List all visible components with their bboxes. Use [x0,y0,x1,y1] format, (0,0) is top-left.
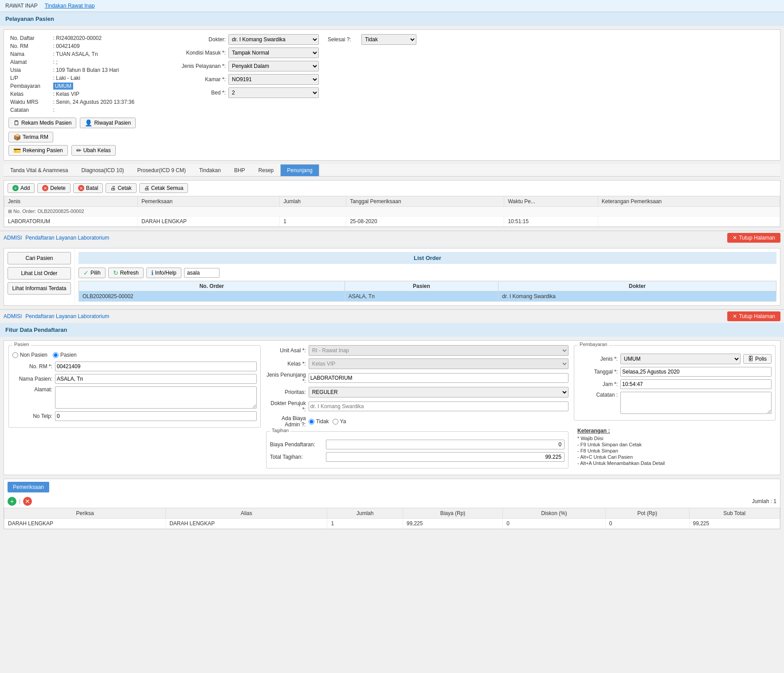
medical-icon: 🗒 [13,119,20,126]
lihat-informasi-terdata-button[interactable]: Lihat Informasi Terdata [8,282,71,295]
input-no-telp[interactable] [55,411,257,421]
refresh-button[interactable]: ↻ Refresh [108,268,144,278]
radio-tidak[interactable] [309,419,314,425]
refresh-icon: ↻ [113,269,118,276]
tab-diagnosa[interactable]: Diagnosa(ICD 10) [75,164,131,176]
pemeriksaan-button[interactable]: Pemeriksaan [8,482,49,492]
keterangan-title: Keterangan : [577,428,772,434]
cetak-button[interactable]: 🖨 Cetak [106,183,136,193]
riwayat-pasien-button[interactable]: 👤 Riwayat Pasien [80,118,136,128]
label-ada-biaya-admin: Ada Biaya Admin ?: [266,415,306,428]
label-no-rm-fitur: No. RM *: [12,363,52,370]
nav-tindakan-rawat-inap[interactable]: Tindakan Rawat Inap [45,3,95,9]
table-toolbar: + Add ✕ Delete ✕ Batal 🖨 Cetak 🖨 Cetak S… [4,181,780,196]
cell-periksa: DARAH LENGKAP [4,519,166,529]
print-all-icon: 🖨 [144,185,149,191]
patient-info-section: No. Daftar: RI24082020-00002 No. RM: 004… [4,29,780,161]
select-prioritas[interactable]: REGULER [309,387,568,398]
delete-button[interactable]: ✕ Delete [37,183,71,193]
order-group-label: ⊞ No. Order: OLB20200825-00002 [4,207,780,216]
cell-jumlah-pem: 1 [327,519,403,529]
input-biaya-pendaftaran[interactable] [326,440,564,449]
label-alamat-fitur: Alamat: [12,386,52,393]
pendaftaran-lab-link-2[interactable]: Pendaftaran Layanan Laboratorium [25,313,109,319]
close-icon-2: ✕ [733,313,737,319]
cell-no-order: OLB20200825-00002 [79,291,345,302]
cell-keterangan [598,216,780,227]
input-tanggal-pembayaran[interactable] [620,367,772,377]
textarea-alamat[interactable] [55,386,257,409]
th-dokter: Dokter [498,281,776,291]
ubah-kelas-button[interactable]: ✏ Ubah Kelas [71,145,116,156]
textarea-catatan-pembayaran[interactable] [620,392,772,414]
value-nama: : TUAN ASALA, Tn [51,50,159,58]
search-input[interactable] [184,268,220,278]
nav-rawat-inap[interactable]: RAWAT INAP [5,3,38,9]
close-icon-1: ✕ [733,235,737,241]
tab-penunjang[interactable]: Penunjang [280,164,319,176]
print-icon: 🖨 [110,185,116,191]
input-dokter-perujuk[interactable] [309,401,568,411]
list-order-row[interactable]: OLB20200825-00002 ASALA, Tn dr. I Komang… [79,291,776,302]
value-usia: : 109 Tahun 8 Bulan 13 Hari [51,66,159,74]
input-no-rm[interactable] [55,362,257,371]
select-jenis-pelayanan[interactable]: Penyakit Dalam [228,61,319,71]
biaya-admin-radio-group: Tidak Ya [309,418,346,425]
input-jam-pembayaran[interactable] [620,379,772,389]
tab-resep[interactable]: Resep [252,164,281,176]
tab-prosedur[interactable]: Prosedur(ICD 9 CM) [131,164,192,176]
terima-rm-button[interactable]: 📦 Terima RM [8,132,53,142]
cari-pasien-button[interactable]: Cari Pasien [8,252,71,264]
select-unit-asal[interactable]: RI - Rawat Inap [309,345,568,356]
radio-ya[interactable] [333,419,338,425]
top-navigation: RAWAT INAP Tindakan Rawat Inap [0,0,784,12]
label-no-telp: No Telp: [12,413,52,419]
radio-pasien[interactable] [53,352,59,358]
tutup-halaman-button-1[interactable]: ✕ Tutup Halaman [727,233,780,243]
add-button[interactable]: + Add [8,183,35,193]
tabs-bar: Tanda Vital & Anamnesa Diagnosa(ICD 10) … [4,164,780,177]
input-nama-pasien[interactable] [55,374,257,384]
polis-button[interactable]: 🗄 Polis [743,354,772,364]
pemeriksaan-row[interactable]: DARAH LENGKAP DARAH LENGKAP 1 99,225 0 0… [4,519,780,529]
radio-non-pasien[interactable] [12,352,18,358]
rekening-pasien-button[interactable]: 💳 Rekening Pasien [8,145,68,156]
select-kamar[interactable]: NO9191 [228,74,319,85]
admisi-link-1[interactable]: ADMISI [4,235,22,241]
tab-tindakan[interactable]: Tindakan [192,164,227,176]
input-jenis-penunjang[interactable] [309,373,568,383]
info-help-button[interactable]: ℹ Info/Help [146,268,181,278]
select-selesai[interactable]: Tidak [361,34,416,45]
cetak-semua-button[interactable]: 🖨 Cetak Semua [139,183,188,193]
label-kelas: Kelas [8,90,51,98]
value-waktu-mrs: : Senin, 24 Agustus 2020 13:37:36 [51,98,159,106]
add-pemeriksaan-button[interactable]: + [8,497,16,506]
th-biaya: Biaya (Rp) [403,508,502,519]
label-dokter-perujuk: Dokter Perujuk *: [266,400,306,413]
select-jenis-pembayaran[interactable]: UMUM [620,354,741,364]
lihat-list-order-button[interactable]: Lihat List Order [8,267,71,279]
label-jam-pembayaran: Jam *: [578,381,618,387]
select-kelas-fitur[interactable]: Kelas VIP [309,358,568,369]
separator: | [19,498,20,504]
tab-bhp[interactable]: BHP [227,164,252,176]
select-kondisi-masuk[interactable]: Tampak Normal [228,47,319,58]
th-diskon: Diskon (%) [503,508,606,519]
input-total-tagihan[interactable] [326,452,564,462]
select-dokter[interactable]: dr. I Komang Swardika [228,34,319,45]
rekam-medis-button[interactable]: 🗒 Rekam Medis Pasien [8,118,76,128]
batal-button[interactable]: ✕ Batal [73,183,103,193]
pendaftaran-lab-link-1[interactable]: Pendaftaran Layanan Laboratorium [25,235,109,241]
select-bed[interactable]: 2 [228,87,319,98]
table-row[interactable]: LABORATORIUM DARAH LENGKAP 1 25-08-2020 … [4,216,780,227]
value-kelas: : Kelas VIP [51,90,159,98]
label-jenis-pembayaran: Jenis *: [578,356,618,362]
pilih-button[interactable]: ✓ Pilih [78,268,106,278]
admisi-link-2[interactable]: ADMISI [4,313,22,319]
tutup-halaman-button-2[interactable]: ✕ Tutup Halaman [727,311,780,321]
tab-tanda-vital[interactable]: Tanda Vital & Anamnesa [4,164,75,176]
del-pemeriksaan-button[interactable]: ✕ [23,497,32,506]
keterangan-line-1: - F9 Untuk Simpan dan Cetak [577,442,772,447]
fitur-data-section: Pasien Non Pasien Pasien No. RM *: [4,340,780,475]
penunjang-table-section: + Add ✕ Delete ✕ Batal 🖨 Cetak 🖨 Cetak S… [4,180,780,227]
